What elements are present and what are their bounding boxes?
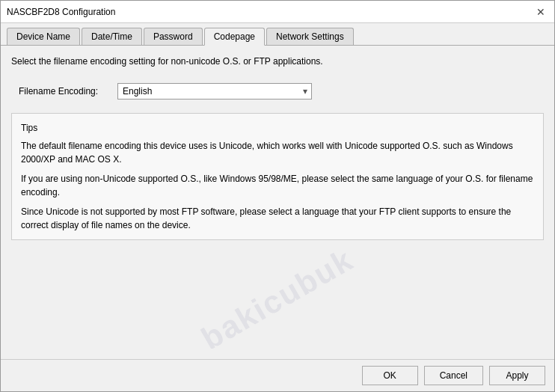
tips-item-0: The default filename encoding this devic… bbox=[21, 139, 534, 166]
footer: OK Cancel Apply bbox=[1, 359, 554, 391]
ok-button[interactable]: OK bbox=[362, 366, 418, 385]
encoding-select-wrapper: English bbox=[117, 83, 312, 99]
watermark: bakicubuk bbox=[195, 249, 359, 349]
tab-network-settings[interactable]: Network Settings bbox=[266, 28, 354, 45]
tips-item-1: If you are using non-Unicode supported O… bbox=[21, 172, 534, 199]
watermark-area: bakicubuk bbox=[11, 249, 544, 349]
encoding-label: Filename Encoding: bbox=[19, 86, 108, 97]
tips-title: Tips bbox=[21, 121, 534, 135]
tab-device-name[interactable]: Device Name bbox=[7, 28, 80, 45]
apply-button[interactable]: Apply bbox=[489, 366, 545, 385]
cancel-button[interactable]: Cancel bbox=[424, 366, 483, 385]
window-title: NASCBF2D8 Configuration bbox=[7, 7, 115, 17]
encoding-row: Filename Encoding: English bbox=[11, 79, 544, 104]
tab-codepage[interactable]: Codepage bbox=[204, 28, 265, 46]
tips-item-2: Since Unicode is not supported by most F… bbox=[21, 205, 534, 232]
tips-box: Tips The default filename encoding this … bbox=[11, 113, 544, 240]
encoding-select[interactable]: English bbox=[117, 83, 312, 99]
main-content: Select the filename encoding setting for… bbox=[1, 46, 554, 359]
close-button[interactable]: ✕ bbox=[533, 4, 548, 19]
description-text: Select the filename encoding setting for… bbox=[11, 56, 544, 67]
main-window: NASCBF2D8 Configuration ✕ Device Name Da… bbox=[0, 0, 555, 392]
tab-password[interactable]: Password bbox=[144, 28, 203, 45]
tab-bar: Device Name Date/Time Password Codepage … bbox=[1, 23, 554, 46]
title-bar: NASCBF2D8 Configuration ✕ bbox=[1, 1, 554, 23]
tab-date-time[interactable]: Date/Time bbox=[82, 28, 142, 45]
